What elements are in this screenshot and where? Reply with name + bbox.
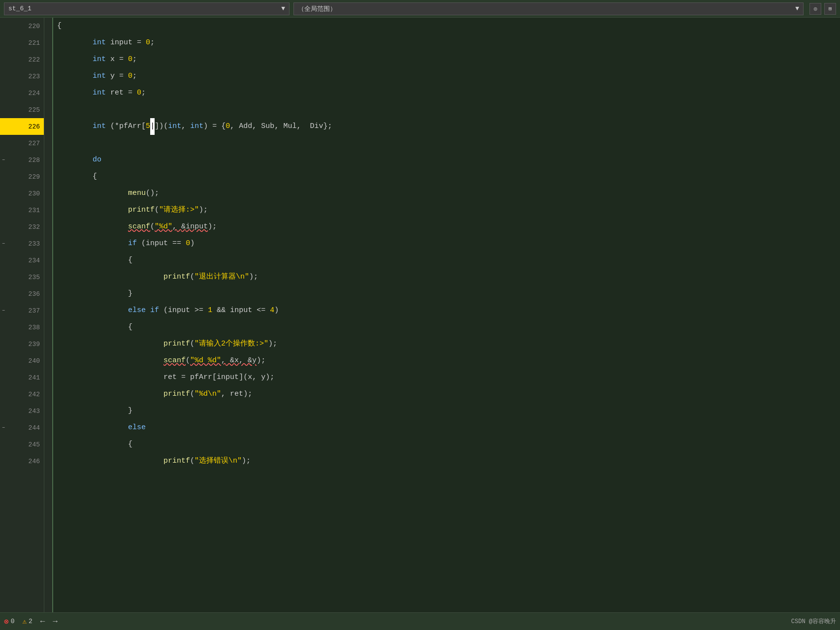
line-246: 246 xyxy=(0,453,44,470)
line-221: 221 xyxy=(0,34,44,51)
line-numbers-panel: 220 221 222 223 224 225 226 227 −228 229… xyxy=(0,18,44,612)
warning-indicator[interactable]: ⚠ 2 xyxy=(22,617,32,626)
code-line-232: scanf("%d", &input); xyxy=(57,219,840,235)
icon-button-1[interactable]: ◎ xyxy=(809,3,821,15)
code-line-228: do xyxy=(57,152,840,168)
scope-dropdown-right[interactable]: （全局范围） ▼ xyxy=(293,2,804,15)
nav-right-button[interactable]: → xyxy=(53,617,58,626)
warning-icon: ⚠ xyxy=(22,617,26,626)
code-line-225 xyxy=(57,101,840,118)
line-244: −244 xyxy=(0,419,44,436)
editor-container: 220 221 222 223 224 225 226 227 −228 229… xyxy=(0,18,840,612)
line-241: 241 xyxy=(0,369,44,386)
line-228: −228 xyxy=(0,152,44,168)
line-229: 229 xyxy=(0,168,44,185)
line-238: 238 xyxy=(0,319,44,336)
code-line-241: ret = pfArr[input](x, y); xyxy=(57,369,840,386)
code-area[interactable]: { int input = 0; int x = 0; int y = 0; i… xyxy=(53,18,840,612)
bottom-bar: ⊗ 0 ⚠ 2 ← → CSDN @容容晚升 xyxy=(0,612,840,630)
line-230: 230 xyxy=(0,185,44,202)
line-236: 236 xyxy=(0,285,44,302)
line-227: 227 xyxy=(0,135,44,152)
author-label: CSDN @容容晚升 xyxy=(791,617,836,626)
warning-count: 2 xyxy=(29,618,32,625)
code-line-223: int y = 0; xyxy=(57,68,840,85)
error-count: 0 xyxy=(11,618,15,625)
code-line-245: { xyxy=(57,436,840,453)
code-line-235: printf("退出计算器\n"); xyxy=(57,269,840,285)
line-223: 223 xyxy=(0,68,44,85)
code-line-238: { xyxy=(57,319,840,336)
error-icon: ⊗ xyxy=(4,617,9,627)
gutter xyxy=(44,18,53,612)
line-220: 220 xyxy=(0,18,44,34)
icon-button-2[interactable]: ⊞ xyxy=(824,3,836,15)
code-line-227 xyxy=(57,135,840,152)
code-line-233: if (input == 0) xyxy=(57,235,840,252)
code-line-237: else if (input >= 1 && input <= 4) xyxy=(57,302,840,319)
code-line-236: } xyxy=(57,285,840,302)
code-line-242: printf("%d\n", ret); xyxy=(57,386,840,403)
line-239: 239 xyxy=(0,336,44,352)
line-224: 224 xyxy=(0,85,44,101)
code-line-234: { xyxy=(57,252,840,269)
scope-name: （全局范围） xyxy=(298,4,336,13)
code-line-239: printf("请输入2个操作数:>"); xyxy=(57,336,840,352)
function-dropdown-left[interactable]: st_6_1 ▼ xyxy=(4,2,290,15)
code-line-229: { xyxy=(57,168,840,185)
line-225: 225 xyxy=(0,101,44,118)
line-243: 243 xyxy=(0,403,44,419)
code-line-221: int input = 0; xyxy=(57,34,840,51)
code-line-244: else xyxy=(57,419,840,436)
code-line-226: int (*pfArr[5|])(int, int) = {0, Add, Su… xyxy=(57,118,840,135)
line-237: −237 xyxy=(0,302,44,319)
code-line-230: menu(); xyxy=(57,185,840,202)
line-235: 235 xyxy=(0,269,44,285)
error-indicator[interactable]: ⊗ 0 xyxy=(4,617,14,627)
top-bar: st_6_1 ▼ （全局范围） ▼ ◎ ⊞ xyxy=(0,0,840,18)
line-222: 222 xyxy=(0,51,44,68)
line-231: 231 xyxy=(0,202,44,219)
line-240: 240 xyxy=(0,352,44,369)
line-245: 245 xyxy=(0,436,44,453)
line-226: 226 xyxy=(0,118,44,135)
code-line-240: scanf("%d %d", &x, &y); xyxy=(57,352,840,369)
code-line-222: int x = 0; xyxy=(57,51,840,68)
nav-left-button[interactable]: ← xyxy=(40,617,45,626)
code-line-246: printf("选择错误\n"); xyxy=(57,453,840,470)
code-line-224: int ret = 0; xyxy=(57,85,840,101)
line-234: 234 xyxy=(0,252,44,269)
function-name: st_6_1 xyxy=(8,5,32,12)
code-line-243: } xyxy=(57,403,840,419)
line-242: 242 xyxy=(0,386,44,403)
code-line-220: { xyxy=(57,18,840,34)
line-233: −233 xyxy=(0,235,44,252)
code-line-231: printf("请选择:>"); xyxy=(57,202,840,219)
line-232: 232 xyxy=(0,219,44,235)
